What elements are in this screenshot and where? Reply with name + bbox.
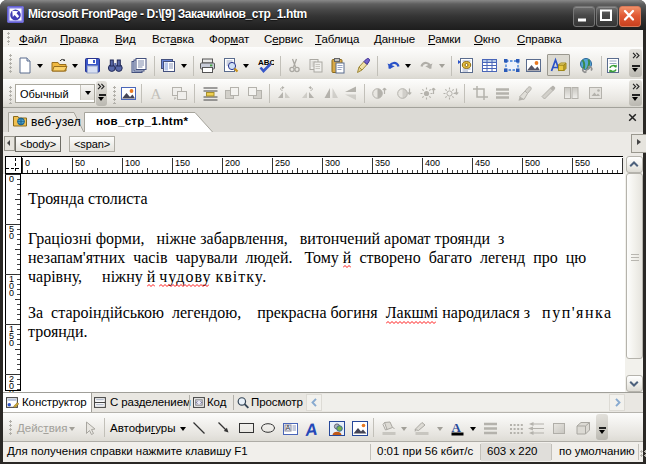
svg-text:A: A [305, 421, 318, 437]
svg-text:A: A [452, 421, 462, 435]
svg-text:A: A [151, 86, 162, 102]
svg-text:A: A [286, 424, 291, 431]
svg-text:ABC: ABC [258, 58, 274, 67]
